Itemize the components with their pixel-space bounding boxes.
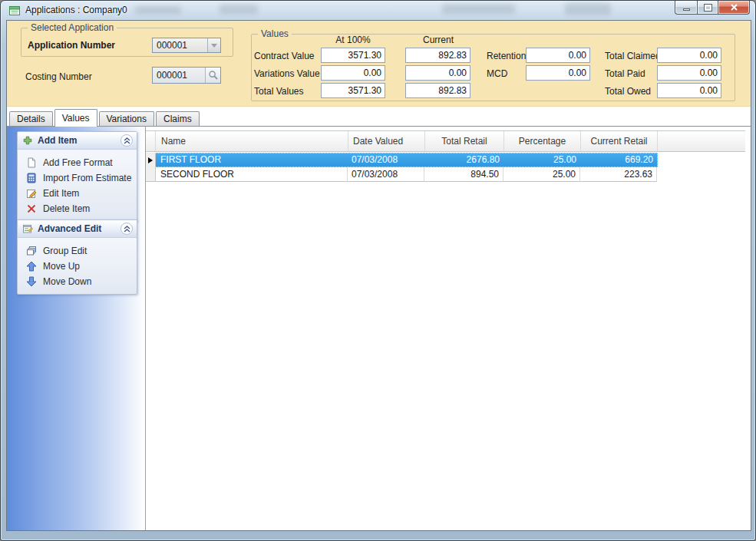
import-from-estimate-label: Import From Estimate (43, 173, 131, 183)
contract-value-current-field[interactable]: 892.83 (405, 48, 470, 63)
client-area: Selected Application Application Number … (6, 20, 751, 531)
chevron-down-icon (211, 44, 217, 48)
group-edit-label: Group Edit (43, 246, 87, 256)
total-values-label: Total Values (254, 86, 303, 97)
total-owed-field[interactable]: 0.00 (657, 83, 721, 98)
delete-item-label: Delete Item (43, 203, 90, 214)
column-header-name[interactable]: Name (157, 131, 348, 151)
application-summary-panel: Selected Application Application Number … (7, 21, 751, 107)
column-header-current-retail[interactable]: Current Retail (581, 131, 658, 151)
add-item-panel-header[interactable]: Add Item (18, 132, 137, 150)
window-title: Applications : Company0 (25, 5, 127, 15)
combo-dropdown-button[interactable] (207, 38, 220, 52)
cell-percentage: 25.00 (503, 167, 580, 182)
values-tab-page: Add Item Add Free Format (7, 126, 751, 530)
retention-field[interactable]: 0.00 (526, 48, 590, 63)
application-window: Applications : Company0 Selected Applica… (0, 0, 756, 541)
application-number-label: Application Number (28, 40, 115, 51)
application-icon (8, 5, 21, 17)
grid-row-second-floor[interactable]: SECOND FLOOR 07/03/2008 894.50 25.00 223… (146, 167, 658, 182)
total-paid-field[interactable]: 0.00 (657, 65, 721, 81)
at-100-column-header: At 100% (315, 35, 391, 45)
advanced-edit-panel-header[interactable]: Advanced Edit (18, 220, 137, 238)
costing-number-value: 000001 (153, 68, 205, 83)
costing-number-field[interactable]: 000001 (152, 67, 221, 84)
advanced-edit-panel-body: Group Edit Move Up Move Down (18, 238, 137, 294)
cell-total-retail: 2676.80 (424, 153, 503, 167)
maximize-icon (705, 5, 711, 11)
total-claimed-field[interactable]: 0.00 (657, 48, 721, 63)
move-down-button[interactable]: Move Down (18, 274, 137, 289)
cell-name: SECOND FLOOR (156, 167, 348, 182)
variations-value-at100-field[interactable]: 0.00 (321, 65, 385, 81)
edit-pencil-icon (26, 188, 37, 199)
notepad-pencil-icon (22, 223, 33, 234)
edit-item-label: Edit Item (43, 188, 79, 199)
add-item-panel-body: Add Free Format Import From Estimate (18, 150, 137, 221)
move-down-label: Move Down (43, 276, 91, 287)
add-item-collapse-button[interactable] (120, 134, 133, 147)
move-up-button[interactable]: Move Up (18, 259, 137, 274)
cell-current-retail: 223.63 (580, 167, 657, 182)
delete-x-icon (26, 203, 37, 214)
grid-row-first-floor[interactable]: FIRST FLOOR 07/03/2008 2676.80 25.00 669… (146, 153, 658, 167)
advanced-edit-panel: Advanced Edit (17, 219, 137, 295)
close-button[interactable] (718, 1, 750, 15)
total-claimed-label: Total Claimed (605, 51, 661, 61)
glass-smudge (135, 6, 181, 14)
edit-item-button[interactable]: Edit Item (18, 186, 137, 201)
window-controls (675, 1, 750, 15)
costing-number-search-button[interactable] (205, 68, 220, 83)
selected-application-group-label: Selected Application (28, 23, 117, 33)
cell-current-retail: 669.20 (580, 153, 657, 167)
retention-label: Retention (487, 51, 526, 61)
current-row-arrow-icon (148, 157, 153, 163)
tab-strip: Details Values Variations Claims (8, 107, 200, 127)
add-free-format-button[interactable]: Add Free Format (18, 155, 137, 170)
column-header-total-retail[interactable]: Total Retail (425, 131, 504, 151)
magnifier-icon (208, 70, 219, 81)
glass-smudge (220, 5, 258, 14)
tab-claims[interactable]: Claims (156, 111, 200, 126)
values-group-label: Values (258, 29, 292, 39)
advanced-edit-panel-title: Advanced Edit (38, 223, 101, 234)
cell-percentage: 25.00 (503, 153, 580, 167)
contract-value-at100-field[interactable]: 3571.30 (321, 48, 385, 63)
tab-values[interactable]: Values (54, 109, 97, 127)
delete-item-button[interactable]: Delete Item (18, 201, 137, 216)
costing-number-label: Costing Number (25, 71, 92, 82)
maximize-button[interactable] (697, 1, 718, 15)
advanced-edit-collapse-button[interactable] (120, 223, 133, 235)
total-values-current-field[interactable]: 892.83 (405, 83, 470, 98)
title-bar[interactable]: Applications : Company0 (1, 1, 755, 20)
grid-header-row: Name Date Valued Total Retail Percentage… (146, 130, 745, 152)
cell-total-retail: 894.50 (424, 167, 503, 182)
import-from-estimate-button[interactable]: Import From Estimate (18, 170, 137, 186)
chevron-up-double-icon (124, 137, 130, 144)
add-item-panel-title: Add Item (38, 135, 77, 146)
tab-variations[interactable]: Variations (99, 111, 154, 126)
plus-icon (22, 135, 33, 146)
column-header-date-valued[interactable]: Date Valued (348, 131, 425, 151)
glass-smudge (442, 4, 515, 14)
add-free-format-label: Add Free Format (43, 157, 113, 168)
column-header-percentage[interactable]: Percentage (504, 131, 581, 151)
minimize-button[interactable] (675, 1, 697, 15)
move-up-label: Move Up (43, 261, 80, 272)
variations-value-current-field[interactable]: 0.00 (405, 65, 470, 81)
glass-smudge (565, 3, 611, 15)
grid-rows: FIRST FLOOR 07/03/2008 2676.80 25.00 669… (146, 153, 658, 182)
contract-value-label: Contract Value (254, 51, 315, 61)
mcd-field[interactable]: 0.00 (526, 65, 590, 81)
tab-details[interactable]: Details (9, 111, 53, 126)
chevron-up-double-icon (124, 226, 130, 233)
current-column-header: Current (400, 35, 477, 45)
cell-date-valued: 07/03/2008 (348, 167, 424, 182)
mcd-label: MCD (487, 68, 507, 79)
group-edit-button[interactable]: Group Edit (18, 243, 137, 259)
total-values-at100-field[interactable]: 3571.30 (321, 83, 385, 98)
row-selector-cell (146, 153, 156, 167)
application-number-combo[interactable]: 000001 (152, 38, 221, 53)
values-grid: Name Date Valued Total Retail Percentage… (145, 127, 751, 530)
blank-page-icon (26, 157, 37, 168)
